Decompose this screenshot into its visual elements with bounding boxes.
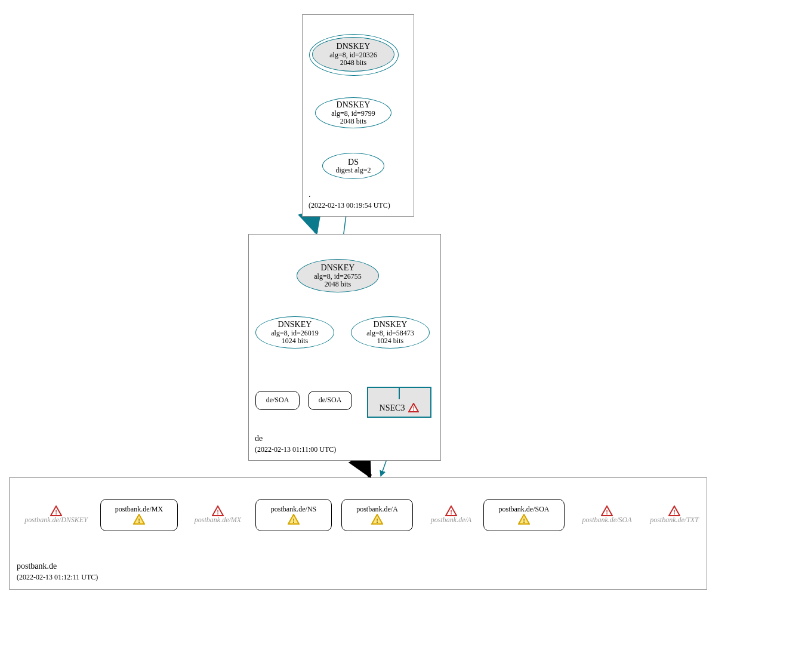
svg-text:!: ! xyxy=(292,517,295,524)
error-icon: ! xyxy=(668,505,680,516)
leaf-soa-warn[interactable]: postbank.de/SOA ! xyxy=(483,499,565,531)
root-ksk-bits: 2048 bits xyxy=(340,59,366,67)
svg-text:!: ! xyxy=(217,508,219,516)
warning-icon: ! xyxy=(133,514,145,525)
leaf-txt-err-label: postbank.de/TXT xyxy=(650,516,699,524)
zone-root-label: . xyxy=(309,190,311,199)
svg-text:!: ! xyxy=(413,405,415,412)
svg-text:!: ! xyxy=(606,508,608,516)
root-ksk-title: DNSKEY xyxy=(337,42,371,51)
de-soa-1[interactable]: de/SOA xyxy=(255,391,300,410)
warning-icon: ! xyxy=(371,514,383,525)
leaf-ns-warn-label: postbank.de/NS xyxy=(271,505,316,513)
de-soa-1-label: de/SOA xyxy=(266,396,289,404)
svg-text:!: ! xyxy=(55,508,57,516)
error-icon: ! xyxy=(50,505,62,516)
error-icon: ! xyxy=(601,505,613,516)
de-zsk2-bits: 1024 bits xyxy=(377,337,403,345)
leaf-a-err-label: postbank.de/A xyxy=(431,516,471,524)
error-icon: ! xyxy=(408,403,419,412)
leaf-mx-err-label: postbank.de/MX xyxy=(195,516,241,524)
root-zsk-alg: alg=8, id=9799 xyxy=(331,110,375,118)
leaf-mx-warn[interactable]: postbank.de/MX ! xyxy=(100,499,178,531)
root-ds-alg: digest alg=2 xyxy=(335,167,371,174)
svg-text:!: ! xyxy=(450,508,452,516)
de-ksk[interactable]: DNSKEY alg=8, id=26755 2048 bits xyxy=(297,259,379,292)
root-zsk-bits: 2048 bits xyxy=(340,118,366,125)
edge-de-leaf-delegation xyxy=(362,461,370,476)
leaf-a-warn[interactable]: postbank.de/A ! xyxy=(341,499,413,531)
root-ds[interactable]: DS digest alg=2 xyxy=(322,153,384,179)
leaf-dnskey-error[interactable]: ! postbank.de/DNSKEY xyxy=(17,500,95,530)
leaf-txt-error[interactable]: ! postbank.de/TXT xyxy=(643,500,705,530)
zone-de-timestamp: (2022-02-13 01:11:00 UTC) xyxy=(255,445,336,454)
leaf-soa-warn-label: postbank.de/SOA xyxy=(499,505,550,513)
de-soa-2[interactable]: de/SOA xyxy=(308,391,352,410)
de-zsk2-alg: alg=8, id=58473 xyxy=(366,329,414,337)
leaf-mx-error[interactable]: ! postbank.de/MX xyxy=(185,500,251,530)
svg-text:!: ! xyxy=(673,508,676,516)
de-zsk2[interactable]: DNSKEY alg=8, id=58473 1024 bits xyxy=(351,316,430,349)
root-ksk[interactable]: DNSKEY alg=8, id=20326 2048 bits xyxy=(312,37,394,72)
leaf-a-warn-label: postbank.de/A xyxy=(356,505,398,513)
zone-leaf-label: postbank.de xyxy=(17,562,57,571)
svg-text:!: ! xyxy=(376,517,378,524)
nsec3-tabs xyxy=(399,388,400,399)
de-zsk1-alg: alg=8, id=26019 xyxy=(271,329,319,337)
leaf-mx-warn-label: postbank.de/MX xyxy=(115,505,163,513)
root-zsk-title: DNSKEY xyxy=(337,100,371,109)
leaf-dnskey-label: postbank.de/DNSKEY xyxy=(24,516,88,524)
zone-leaf: postbank.de (2022-02-13 01:12:11 UTC) xyxy=(9,477,707,590)
root-ksk-alg: alg=8, id=20326 xyxy=(329,51,377,59)
de-ksk-alg: alg=8, id=26755 xyxy=(314,273,362,280)
de-nsec3-label: NSEC3 xyxy=(380,403,405,412)
de-nsec3[interactable]: NSEC3 ! xyxy=(367,387,431,418)
zone-de-label: de xyxy=(255,434,263,443)
de-zsk1[interactable]: DNSKEY alg=8, id=26019 1024 bits xyxy=(255,316,334,349)
de-zsk1-bits: 1024 bits xyxy=(282,337,308,345)
dnssec-graph: . (2022-02-13 00:19:54 UTC) DNSKEY alg=8… xyxy=(0,0,811,672)
leaf-a-error[interactable]: ! postbank.de/A xyxy=(421,500,481,530)
warning-icon: ! xyxy=(288,514,300,525)
zone-leaf-timestamp: (2022-02-13 01:12:11 UTC) xyxy=(17,573,98,582)
zone-root-timestamp: (2022-02-13 00:19:54 UTC) xyxy=(309,201,390,210)
error-icon: ! xyxy=(212,505,224,516)
svg-text:!: ! xyxy=(523,517,525,524)
edge-root-de-delegation xyxy=(312,217,316,233)
warning-icon: ! xyxy=(518,514,530,525)
de-ksk-title: DNSKEY xyxy=(321,263,355,272)
de-soa-2-label: de/SOA xyxy=(319,396,342,404)
leaf-ns-warn[interactable]: postbank.de/NS ! xyxy=(255,499,332,531)
root-zsk[interactable]: DNSKEY alg=8, id=9799 2048 bits xyxy=(315,97,391,128)
error-icon: ! xyxy=(445,505,457,516)
de-zsk2-title: DNSKEY xyxy=(374,320,408,329)
root-ds-title: DS xyxy=(348,158,359,167)
de-zsk1-title: DNSKEY xyxy=(278,320,312,329)
leaf-soa-error[interactable]: ! postbank.de/SOA xyxy=(573,500,641,530)
leaf-soa-err-label: postbank.de/SOA xyxy=(582,516,632,524)
svg-text:!: ! xyxy=(138,517,140,524)
de-ksk-bits: 2048 bits xyxy=(325,280,351,288)
